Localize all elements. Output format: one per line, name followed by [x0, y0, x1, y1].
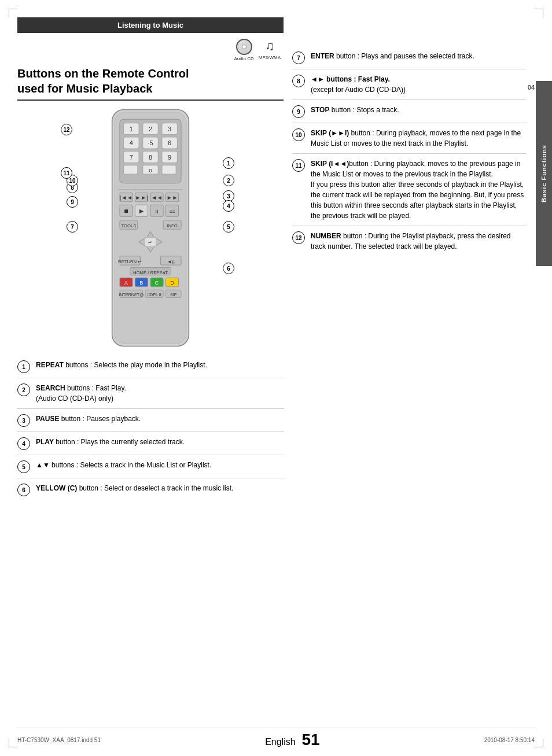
page-number: 51 [301, 731, 319, 748]
mp3-label: MP3/WMA [259, 55, 281, 60]
right-btn-text-8: ◄► buttons : Fast Play.(except for Audio… [311, 74, 526, 95]
svg-text:8: 8 [149, 154, 152, 161]
callout-6: 6 [223, 263, 234, 274]
right-btn-text-9: STOP button : Stops a track. [311, 105, 526, 115]
svg-text:A: A [124, 280, 128, 286]
btn-num-2: 2 [17, 383, 30, 396]
right-row-12: 12 NUMBER button : During the Playlist p… [292, 226, 526, 256]
svg-text:7: 7 [130, 154, 133, 161]
btn-num-4: 4 [17, 437, 30, 450]
remote-wrapper: 1 2 3 4 ·5 6 7 8 [75, 106, 226, 349]
right-row-9: 9 STOP button : Stops a track. [292, 100, 526, 123]
disc-inner [242, 45, 246, 49]
right-btn-num-10: 10 [292, 128, 305, 141]
right-column: 7 ENTER button : Plays and pauses the se… [292, 46, 526, 256]
button-row-6: 6 YELLOW (C) button : Select or deselect… [17, 478, 284, 501]
svg-text:B: B [140, 280, 143, 286]
svg-text:◄◄: ◄◄ [151, 194, 163, 201]
svg-text:0: 0 [149, 167, 152, 174]
english-label: English [265, 737, 295, 747]
audio-cd-label: Audio CD [234, 56, 254, 61]
svg-text:SIP: SIP [170, 293, 177, 297]
svg-text:II: II [155, 208, 159, 215]
svg-text:|◄◄: |◄◄ [120, 194, 133, 201]
svg-text:1: 1 [130, 126, 133, 132]
right-btn-num-7: 7 [292, 51, 305, 64]
svg-text:C: C [155, 280, 159, 286]
btn-num-5: 5 [17, 460, 30, 473]
callout-7: 7 [67, 221, 78, 233]
right-btn-num-9: 9 [292, 105, 305, 118]
btn-text-3: PAUSE button : Pauses playback. [36, 414, 284, 424]
music-note-icon: ♫ [265, 39, 275, 54]
audio-cd-icon: Audio CD [234, 39, 254, 61]
callout-12: 12 [61, 124, 72, 135]
right-row-8: 8 ◄► buttons : Fast Play.(except for Aud… [292, 69, 526, 100]
page-label: English 51 [265, 731, 319, 749]
button-row-2: 2 SEARCH buttons : Fast Play.(Audio CD (… [17, 378, 284, 409]
right-btn-text-10: SKIP (►►I) button : During playback, mov… [311, 128, 526, 149]
svg-text:►►|: ►►| [135, 194, 148, 201]
footer-right: 2010-08-17 8:50:14 [484, 737, 535, 743]
svg-text:9: 9 [168, 154, 171, 161]
btn-num-6: 6 [17, 484, 30, 496]
btn-text-1: REPEAT buttons : Selects the play mode i… [36, 360, 284, 370]
page-title: Listening to Music [117, 21, 183, 29]
svg-text:D: D [170, 280, 174, 286]
svg-text:≡≡: ≡≡ [169, 209, 175, 215]
svg-text:□DPL II: □DPL II [148, 293, 161, 297]
disc-circle [236, 39, 252, 55]
svg-text:■: ■ [124, 207, 128, 215]
footer: HT-C7530W_XAA_0817.indd 51 English 51 20… [17, 728, 535, 749]
svg-text:►: ► [138, 207, 145, 215]
btn-text-4: PLAY button : Plays the currently select… [36, 437, 284, 447]
btn-text-5: ▲▼ buttons : Selects a track in the Musi… [36, 460, 284, 470]
corner-mark-bl [9, 739, 17, 747]
callout-2: 2 [223, 175, 234, 186]
remote-svg: 1 2 3 4 ·5 6 7 8 [75, 106, 226, 349]
right-row-10: 10 SKIP (►►I) button : During playback, … [292, 123, 526, 154]
callout-11: 11 [61, 167, 72, 179]
btn-num-1: 1 [17, 360, 30, 373]
footer-left: HT-C7530W_XAA_0817.indd 51 [17, 737, 101, 743]
svg-text:INTERNET@: INTERNET@ [119, 293, 143, 297]
svg-text:↵: ↵ [149, 240, 153, 245]
corner-mark-tl [9, 9, 17, 17]
svg-text:►►: ►► [167, 194, 178, 201]
bottom-buttons-table: 1 REPEAT buttons : Selects the play mode… [17, 355, 284, 501]
svg-rect-21 [124, 165, 138, 174]
btn-text-2: SEARCH buttons : Fast Play.(Audio CD (CD… [36, 383, 284, 404]
right-btn-text-12: NUMBER button : During the Playlist play… [311, 231, 526, 252]
button-row-5: 5 ▲▼ buttons : Selects a track in the Mu… [17, 455, 284, 478]
callout-1: 1 [223, 157, 234, 169]
corner-mark-tr [535, 9, 543, 17]
svg-text:·5: ·5 [148, 139, 153, 146]
format-icons-row: Audio CD ♫ MP3/WMA [17, 39, 284, 61]
section-heading: Buttons on the Remote Control used for M… [17, 66, 284, 101]
svg-text:2: 2 [149, 126, 152, 132]
right-btn-num-8: 8 [292, 75, 305, 87]
svg-text:TOOLS: TOOLS [121, 223, 136, 228]
right-table: 7 ENTER button : Plays and pauses the se… [292, 46, 526, 256]
button-row-3: 3 PAUSE button : Pauses playback. [17, 409, 284, 432]
svg-text:INFO: INFO [167, 223, 177, 228]
mp3-icon: ♫ MP3/WMA [259, 39, 281, 61]
callout-9: 9 [67, 196, 78, 208]
main-content: Listening to Music Audio CD ♫ MP3/WMA Bu… [17, 17, 526, 733]
right-btn-text-11: SKIP (I◄◄)button : During playback, move… [311, 158, 526, 221]
right-btn-num-12: 12 [292, 231, 305, 244]
chapter-number: 04 [528, 84, 535, 91]
svg-text:◄)): ◄)) [167, 259, 175, 264]
right-row-11: 11 SKIP (I◄◄)button : During playback, m… [292, 154, 526, 226]
side-tab-label: Basic Functions [540, 145, 547, 202]
svg-text:HOME / REPEAT: HOME / REPEAT [133, 270, 168, 275]
chapter-tab: Basic Functions [536, 81, 552, 266]
callout-5: 5 [223, 221, 234, 233]
btn-num-3: 3 [17, 414, 30, 427]
svg-rect-24 [162, 165, 176, 174]
remote-image-area: 1 2 3 4 ·5 6 7 8 [17, 106, 284, 349]
button-row-1: 1 REPEAT buttons : Selects the play mode… [17, 355, 284, 378]
right-btn-text-7: ENTER button : Plays and pauses the sele… [311, 51, 526, 61]
svg-text:RETURN ↩: RETURN ↩ [118, 259, 142, 264]
left-column: Listening to Music Audio CD ♫ MP3/WMA Bu… [17, 17, 284, 501]
